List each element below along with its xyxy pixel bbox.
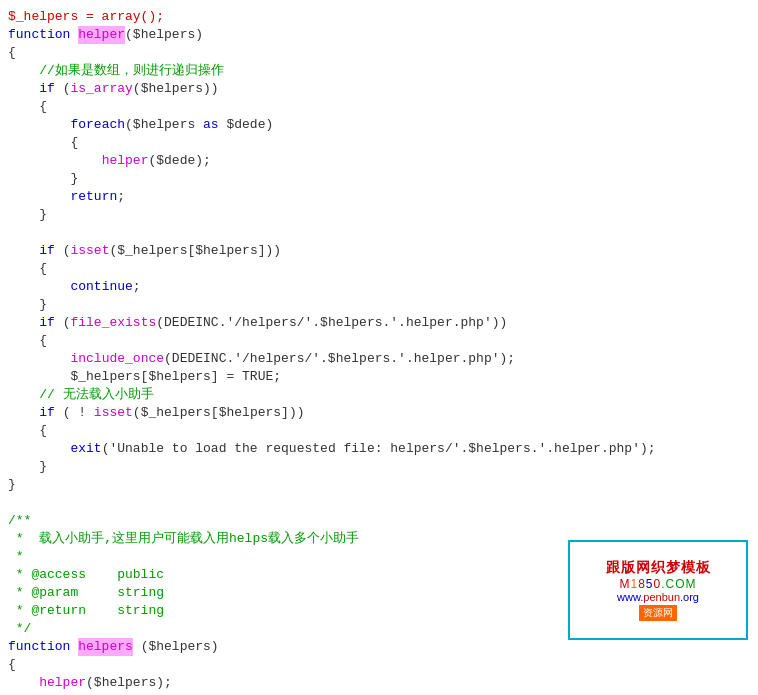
table-row: helper($dede); (0, 152, 758, 170)
table-row: function helpers ($helpers) (0, 638, 758, 656)
table-row: $_helpers[$helpers] = TRUE; (0, 368, 758, 386)
table-row: $_helpers = array(); (0, 8, 758, 26)
table-row: if (is_array($helpers)) (0, 80, 758, 98)
code-editor: $_helpers = array();function helper($hel… (0, 0, 758, 695)
table-row: { (0, 134, 758, 152)
table-row: // 无法载入小助手 (0, 386, 758, 404)
table-row: } (0, 206, 758, 224)
table-row: /** (0, 512, 758, 530)
watermark-line1: 跟版网织梦模板 (606, 559, 711, 577)
table-row: if (file_exists(DEDEINC.'/helpers/'.$hel… (0, 314, 758, 332)
table-row (0, 224, 758, 242)
table-row: { (0, 656, 758, 674)
watermark-line3: www.penbun.org (617, 591, 699, 603)
table-row: if (isset($_helpers[$helpers])) (0, 242, 758, 260)
table-row (0, 494, 758, 512)
table-row: { (0, 260, 758, 278)
table-row: if ( ! isset($_helpers[$helpers])) (0, 404, 758, 422)
table-row: helper($helpers); (0, 674, 758, 692)
table-row: } (0, 170, 758, 188)
table-row: function helper($helpers) (0, 26, 758, 44)
table-row: } (0, 296, 758, 314)
table-row: return; (0, 188, 758, 206)
watermark-badge: 资源网 (639, 605, 677, 621)
table-row: { (0, 44, 758, 62)
table-row: continue; (0, 278, 758, 296)
table-row: { (0, 98, 758, 116)
table-row: foreach($helpers as $dede) (0, 116, 758, 134)
table-row: { (0, 332, 758, 350)
table-row: include_once(DEDEINC.'/helpers/'.$helper… (0, 350, 758, 368)
watermark-line2: M1850.COM (619, 577, 696, 591)
watermark: 跟版网织梦模板 M1850.COM www.penbun.org 资源网 (568, 540, 748, 640)
table-row: } (0, 476, 758, 494)
table-row: { (0, 422, 758, 440)
table-row: } (0, 458, 758, 476)
table-row: //如果是数组，则进行递归操作 (0, 62, 758, 80)
table-row: exit('Unable to load the requested file:… (0, 440, 758, 458)
